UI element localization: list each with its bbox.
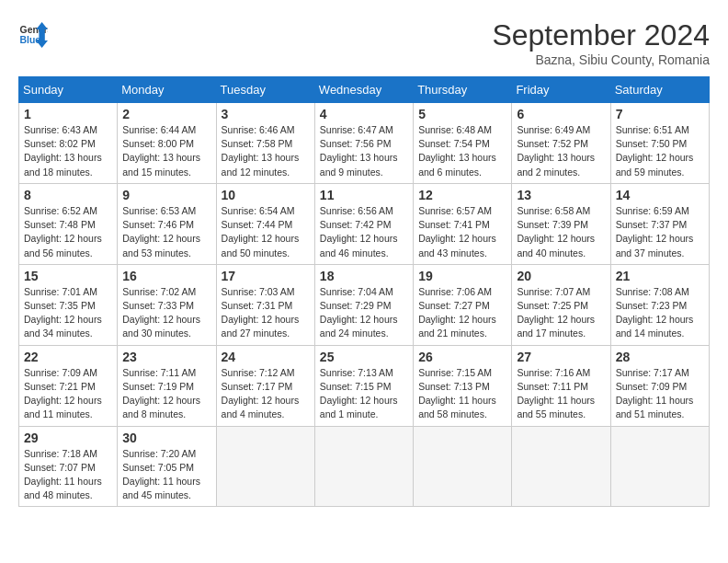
day-info: Sunrise: 6:53 AM Sunset: 7:46 PM Dayligh… — [122, 204, 210, 260]
calendar-cell: 21Sunrise: 7:08 AM Sunset: 7:23 PM Dayli… — [610, 264, 709, 345]
day-number: 5 — [418, 107, 506, 121]
month-title: September 2024 — [492, 18, 710, 52]
calendar-cell: 16Sunrise: 7:02 AM Sunset: 7:33 PM Dayli… — [118, 264, 216, 345]
day-number: 28 — [616, 350, 704, 364]
day-info: Sunrise: 7:07 AM Sunset: 7:25 PM Dayligh… — [517, 285, 605, 341]
calendar-cell: 30Sunrise: 7:20 AM Sunset: 7:05 PM Dayli… — [118, 426, 216, 507]
calendar-cell: 23Sunrise: 7:11 AM Sunset: 7:19 PM Dayli… — [118, 345, 216, 426]
day-number: 27 — [517, 350, 605, 364]
calendar-cell: 1Sunrise: 6:43 AM Sunset: 8:02 PM Daylig… — [19, 103, 118, 184]
svg-text:Blue: Blue — [20, 35, 41, 45]
calendar-cell: 8Sunrise: 6:52 AM Sunset: 7:48 PM Daylig… — [19, 183, 118, 264]
day-info: Sunrise: 7:09 AM Sunset: 7:21 PM Dayligh… — [24, 366, 112, 422]
day-info: Sunrise: 6:54 AM Sunset: 7:44 PM Dayligh… — [222, 204, 310, 260]
calendar-cell: 27Sunrise: 7:16 AM Sunset: 7:11 PM Dayli… — [512, 345, 610, 426]
day-info: Sunrise: 6:44 AM Sunset: 8:00 PM Dayligh… — [122, 123, 210, 179]
day-of-week-header: Friday — [512, 77, 610, 103]
day-info: Sunrise: 7:12 AM Sunset: 7:17 PM Dayligh… — [222, 366, 310, 422]
day-number: 7 — [616, 107, 704, 121]
location: Bazna, Sibiu County, Romania — [492, 52, 710, 67]
day-info: Sunrise: 7:11 AM Sunset: 7:19 PM Dayligh… — [122, 366, 210, 422]
day-info: Sunrise: 7:18 AM Sunset: 7:07 PM Dayligh… — [24, 447, 112, 503]
day-number: 13 — [517, 188, 605, 202]
day-number: 29 — [24, 431, 112, 445]
logo-icon: General Blue — [18, 18, 48, 48]
day-info: Sunrise: 6:58 AM Sunset: 7:39 PM Dayligh… — [517, 204, 605, 260]
day-number: 18 — [320, 269, 408, 283]
calendar-cell: 25Sunrise: 7:13 AM Sunset: 7:15 PM Dayli… — [314, 345, 413, 426]
calendar-cell: 28Sunrise: 7:17 AM Sunset: 7:09 PM Dayli… — [610, 345, 709, 426]
calendar-cell: 20Sunrise: 7:07 AM Sunset: 7:25 PM Dayli… — [512, 264, 610, 345]
calendar-cell: 13Sunrise: 6:58 AM Sunset: 7:39 PM Dayli… — [512, 183, 610, 264]
day-number: 8 — [24, 188, 112, 202]
day-info: Sunrise: 7:01 AM Sunset: 7:35 PM Dayligh… — [24, 285, 112, 341]
calendar-cell: 24Sunrise: 7:12 AM Sunset: 7:17 PM Dayli… — [216, 345, 314, 426]
day-info: Sunrise: 7:06 AM Sunset: 7:27 PM Dayligh… — [418, 285, 506, 341]
day-number: 4 — [320, 107, 408, 121]
calendar-cell: 18Sunrise: 7:04 AM Sunset: 7:29 PM Dayli… — [314, 264, 413, 345]
page-header: General Blue September 2024 Bazna, Sibiu… — [18, 18, 710, 67]
calendar-cell: 5Sunrise: 6:48 AM Sunset: 7:54 PM Daylig… — [414, 103, 512, 184]
calendar-row: 8Sunrise: 6:52 AM Sunset: 7:48 PM Daylig… — [19, 183, 710, 264]
calendar-cell: 15Sunrise: 7:01 AM Sunset: 7:35 PM Dayli… — [19, 264, 118, 345]
day-info: Sunrise: 6:49 AM Sunset: 7:52 PM Dayligh… — [517, 123, 605, 179]
calendar-cell: 12Sunrise: 6:57 AM Sunset: 7:41 PM Dayli… — [414, 183, 512, 264]
calendar-cell: 14Sunrise: 6:59 AM Sunset: 7:37 PM Dayli… — [610, 183, 709, 264]
day-info: Sunrise: 7:15 AM Sunset: 7:13 PM Dayligh… — [418, 366, 506, 422]
day-of-week-header: Tuesday — [216, 77, 314, 103]
calendar-cell: 19Sunrise: 7:06 AM Sunset: 7:27 PM Dayli… — [414, 264, 512, 345]
day-info: Sunrise: 7:04 AM Sunset: 7:29 PM Dayligh… — [320, 285, 408, 341]
calendar-cell: 11Sunrise: 6:56 AM Sunset: 7:42 PM Dayli… — [314, 183, 413, 264]
day-info: Sunrise: 6:56 AM Sunset: 7:42 PM Dayligh… — [320, 204, 408, 260]
day-info: Sunrise: 7:08 AM Sunset: 7:23 PM Dayligh… — [616, 285, 704, 341]
day-info: Sunrise: 6:47 AM Sunset: 7:56 PM Dayligh… — [320, 123, 408, 179]
day-number: 11 — [320, 188, 408, 202]
day-of-week-header: Monday — [118, 77, 216, 103]
calendar-cell: 10Sunrise: 6:54 AM Sunset: 7:44 PM Dayli… — [216, 183, 314, 264]
calendar-row: 29Sunrise: 7:18 AM Sunset: 7:07 PM Dayli… — [19, 426, 710, 507]
day-number: 25 — [320, 350, 408, 364]
day-of-week-header: Thursday — [414, 77, 512, 103]
calendar-cell — [512, 426, 610, 507]
calendar-row: 22Sunrise: 7:09 AM Sunset: 7:21 PM Dayli… — [19, 345, 710, 426]
calendar-cell — [610, 426, 709, 507]
day-number: 17 — [222, 269, 310, 283]
day-of-week-header: Wednesday — [314, 77, 413, 103]
calendar-cell — [314, 426, 413, 507]
day-info: Sunrise: 7:17 AM Sunset: 7:09 PM Dayligh… — [616, 366, 704, 422]
day-number: 3 — [222, 107, 310, 121]
day-info: Sunrise: 6:57 AM Sunset: 7:41 PM Dayligh… — [418, 204, 506, 260]
calendar-cell — [414, 426, 512, 507]
day-info: Sunrise: 6:43 AM Sunset: 8:02 PM Dayligh… — [24, 123, 112, 179]
day-number: 20 — [517, 269, 605, 283]
day-of-week-header: Sunday — [19, 77, 118, 103]
day-info: Sunrise: 7:13 AM Sunset: 7:15 PM Dayligh… — [320, 366, 408, 422]
calendar-cell: 4Sunrise: 6:47 AM Sunset: 7:56 PM Daylig… — [314, 103, 413, 184]
header-row: SundayMondayTuesdayWednesdayThursdayFrid… — [19, 77, 710, 103]
day-number: 24 — [222, 350, 310, 364]
calendar-cell: 29Sunrise: 7:18 AM Sunset: 7:07 PM Dayli… — [19, 426, 118, 507]
logo: General Blue — [18, 18, 48, 48]
calendar-row: 15Sunrise: 7:01 AM Sunset: 7:35 PM Dayli… — [19, 264, 710, 345]
calendar-cell: 17Sunrise: 7:03 AM Sunset: 7:31 PM Dayli… — [216, 264, 314, 345]
day-number: 15 — [24, 269, 112, 283]
day-info: Sunrise: 6:52 AM Sunset: 7:48 PM Dayligh… — [24, 204, 112, 260]
day-number: 26 — [418, 350, 506, 364]
day-info: Sunrise: 7:02 AM Sunset: 7:33 PM Dayligh… — [122, 285, 210, 341]
calendar-row: 1Sunrise: 6:43 AM Sunset: 8:02 PM Daylig… — [19, 103, 710, 184]
day-number: 22 — [24, 350, 112, 364]
day-number: 14 — [616, 188, 704, 202]
day-number: 1 — [24, 107, 112, 121]
day-number: 21 — [616, 269, 704, 283]
calendar-cell: 26Sunrise: 7:15 AM Sunset: 7:13 PM Dayli… — [414, 345, 512, 426]
day-info: Sunrise: 6:48 AM Sunset: 7:54 PM Dayligh… — [418, 123, 506, 179]
day-number: 12 — [418, 188, 506, 202]
day-number: 2 — [122, 107, 210, 121]
calendar-cell: 7Sunrise: 6:51 AM Sunset: 7:50 PM Daylig… — [610, 103, 709, 184]
day-number: 23 — [122, 350, 210, 364]
calendar-cell: 9Sunrise: 6:53 AM Sunset: 7:46 PM Daylig… — [118, 183, 216, 264]
day-number: 16 — [122, 269, 210, 283]
day-info: Sunrise: 7:03 AM Sunset: 7:31 PM Dayligh… — [222, 285, 310, 341]
day-number: 9 — [122, 188, 210, 202]
calendar-cell: 2Sunrise: 6:44 AM Sunset: 8:00 PM Daylig… — [118, 103, 216, 184]
